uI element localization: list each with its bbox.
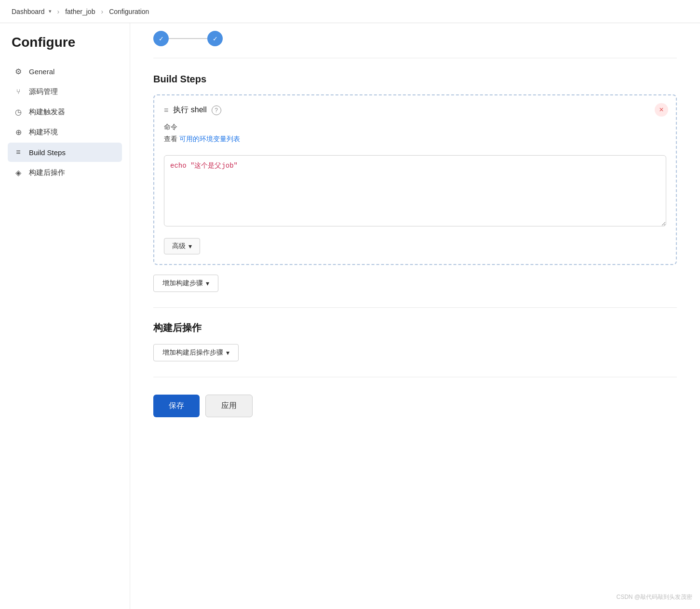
- command-textarea[interactable]: echo "这个是父job": [164, 155, 666, 226]
- steps-indicator: ✓ ✓: [153, 23, 677, 58]
- add-step-label: 增加构建步骤: [162, 279, 203, 288]
- add-post-build-button[interactable]: 增加构建后操作步骤 ▾: [153, 344, 239, 361]
- close-icon: ×: [659, 106, 663, 114]
- drag-icon[interactable]: ≡: [164, 106, 168, 115]
- sidebar-item-label: 构建触发器: [29, 107, 65, 117]
- gear-icon: ⚙: [13, 66, 23, 76]
- env-vars-row: 查看 可用的环境变量列表: [164, 134, 666, 149]
- content-inner: ✓ ✓ Build Steps × ≡ 执行 shell: [130, 23, 700, 609]
- add-build-step-button[interactable]: 增加构建步骤 ▾: [153, 275, 218, 292]
- sidebar-item-build-trigger[interactable]: ◷ 构建触发器: [8, 102, 122, 121]
- build-steps-heading: Build Steps: [153, 74, 677, 85]
- sidebar-item-label: 构建环境: [29, 128, 58, 137]
- help-icon[interactable]: ?: [212, 106, 221, 115]
- apply-button[interactable]: 应用: [205, 395, 253, 417]
- box-icon: ◈: [13, 168, 23, 177]
- content-area: ✓ ✓ Build Steps × ≡ 执行 shell: [130, 23, 700, 609]
- sidebar-item-build-steps[interactable]: ≡ Build Steps: [8, 143, 122, 162]
- step-line-1: [169, 38, 207, 39]
- section-divider: [153, 307, 677, 308]
- step-type-label: 执行 shell: [173, 105, 206, 115]
- main-layout: Configure ⚙ General ⑂ 源码管理 ◷ 构建触发器 ⊕ 构建环…: [0, 23, 700, 609]
- add-post-label: 增加构建后操作步骤: [162, 348, 223, 357]
- watermark: CSDN @敲代码敲到头发茂密: [616, 593, 692, 601]
- post-build-heading: 构建后操作: [153, 321, 677, 334]
- build-step-card: × ≡ 执行 shell ? 命令 查看: [153, 94, 677, 265]
- section-divider-2: [153, 377, 677, 377]
- step-circle-2: ✓: [207, 31, 223, 46]
- chevron-down-icon: ▾: [206, 279, 209, 287]
- sidebar-item-general[interactable]: ⚙ General: [8, 62, 122, 81]
- clock-icon: ◷: [13, 107, 23, 117]
- save-button[interactable]: 保存: [153, 395, 200, 417]
- breadcrumb-dashboard[interactable]: Dashboard ▾: [12, 8, 52, 15]
- sidebar-item-source-management[interactable]: ⑂ 源码管理: [8, 82, 122, 101]
- breadcrumb-configuration: Configuration: [109, 8, 149, 15]
- post-build-section: 构建后操作 增加构建后操作步骤 ▾: [153, 321, 677, 361]
- advanced-label: 高级: [172, 242, 186, 251]
- sidebar-item-label: Build Steps: [29, 148, 66, 157]
- sidebar-item-label: 构建后操作: [29, 168, 65, 177]
- chevron-down-icon: ▾: [49, 8, 52, 14]
- breadcrumb-father-job[interactable]: father_job: [65, 8, 95, 15]
- breadcrumb-sep-1: ›: [57, 8, 60, 15]
- close-step-button[interactable]: ×: [655, 103, 668, 117]
- action-buttons: 保存 应用: [153, 395, 677, 417]
- sidebar-item-label: 源码管理: [29, 87, 58, 96]
- build-steps-section: Build Steps × ≡ 执行 shell ?: [153, 74, 677, 292]
- chevron-down-icon: ▾: [188, 242, 192, 250]
- breadcrumb-sep-2: ›: [101, 8, 103, 15]
- sidebar-item-build-environment[interactable]: ⊕ 构建环境: [8, 122, 122, 142]
- git-icon: ⑂: [13, 87, 23, 96]
- sidebar-item-post-build[interactable]: ◈ 构建后操作: [8, 163, 122, 182]
- env-vars-link[interactable]: 可用的环境变量列表: [179, 135, 240, 144]
- env-vars-prefix: 查看: [164, 135, 179, 143]
- step-card-header: ≡ 执行 shell ?: [164, 105, 666, 115]
- chevron-down-icon: ▾: [226, 349, 229, 357]
- advanced-button[interactable]: 高级 ▾: [164, 238, 200, 254]
- sidebar: Configure ⚙ General ⑂ 源码管理 ◷ 构建触发器 ⊕ 构建环…: [0, 23, 130, 609]
- list-icon: ≡: [13, 147, 23, 157]
- command-label: 命令: [164, 123, 666, 132]
- breadcrumb-bar: Dashboard ▾ › father_job › Configuration: [0, 0, 700, 23]
- globe-icon: ⊕: [13, 127, 23, 137]
- step-circle-1: ✓: [153, 31, 169, 46]
- sidebar-title: Configure: [8, 35, 122, 50]
- sidebar-item-label: General: [29, 67, 54, 76]
